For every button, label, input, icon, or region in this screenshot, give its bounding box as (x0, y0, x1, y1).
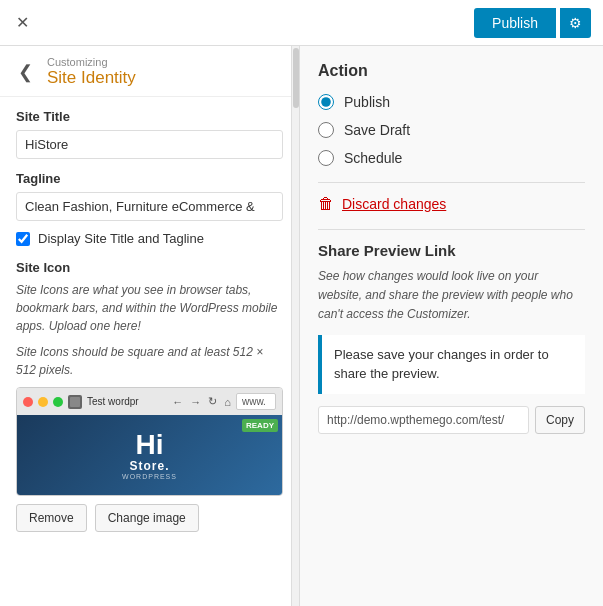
info-box: Please save your changes in order to sha… (318, 335, 585, 394)
tagline-label: Tagline (16, 171, 283, 186)
radio-publish-label: Publish (344, 94, 390, 110)
image-buttons: Remove Change image (16, 504, 283, 532)
svg-rect-0 (70, 397, 80, 407)
right-panel: Action Publish Save Draft Schedule 🗑 Dis… (300, 46, 603, 606)
store-hi-text: Hi (136, 431, 164, 459)
radio-schedule[interactable] (318, 150, 334, 166)
dot-green (53, 397, 63, 407)
display-checkbox[interactable] (16, 232, 30, 246)
section-title: Site Identity (47, 68, 136, 88)
tagline-input[interactable] (16, 192, 283, 221)
store-logo: Hi Store. WORDPRESS (122, 431, 177, 480)
store-badge: READY (242, 419, 278, 432)
divider (318, 182, 585, 183)
remove-image-button[interactable]: Remove (16, 504, 87, 532)
top-bar: ✕ Publish ⚙ (0, 0, 603, 46)
site-icon-label: Site Icon (16, 260, 283, 275)
share-preview-title: Share Preview Link (318, 242, 585, 259)
site-title-input[interactable] (16, 130, 283, 159)
change-image-button[interactable]: Change image (95, 504, 199, 532)
site-title-label: Site Title (16, 109, 283, 124)
discard-button[interactable]: Discard changes (342, 196, 446, 212)
browser-body: READY Hi Store. WORDPRESS (17, 415, 282, 495)
copy-button[interactable]: Copy (535, 406, 585, 434)
close-button[interactable]: ✕ (12, 9, 33, 36)
customizing-label: Customizing (47, 56, 136, 68)
store-image: READY Hi Store. WORDPRESS (17, 415, 282, 495)
browser-forward-btn[interactable]: → (188, 395, 203, 409)
browser-refresh-btn[interactable]: ↻ (206, 394, 219, 409)
site-icon-desc1: Site Icons are what you see in browser t… (16, 281, 283, 335)
scroll-indicator[interactable] (291, 46, 299, 606)
store-name-text: Store. (129, 459, 169, 473)
radio-draft-label: Save Draft (344, 122, 410, 138)
scroll-thumb (293, 48, 299, 108)
browser-controls: ← → ↻ ⌂ www. (170, 393, 276, 410)
dot-red (23, 397, 33, 407)
display-checkbox-row: Display Site Title and Tagline (16, 231, 283, 246)
breadcrumb-text: Customizing Site Identity (47, 56, 136, 88)
browser-favicon (68, 395, 82, 409)
radio-option-draft[interactable]: Save Draft (318, 122, 585, 138)
browser-back-btn[interactable]: ← (170, 395, 185, 409)
preview-url-input[interactable] (318, 406, 529, 434)
browser-home-btn[interactable]: ⌂ (222, 395, 233, 409)
settings-button[interactable]: ⚙ (560, 8, 591, 38)
browser-address-bar: www. (236, 393, 276, 410)
form-content: Site Title Tagline Display Site Title an… (0, 97, 299, 544)
publish-area: Publish ⚙ (474, 8, 591, 38)
dot-yellow (38, 397, 48, 407)
site-icon-desc2: Site Icons should be square and at least… (16, 343, 283, 379)
browser-mockup: Test wordpr ← → ↻ ⌂ www. READY Hi St (16, 387, 283, 496)
trash-icon: 🗑 (318, 195, 334, 213)
store-wp-text: WORDPRESS (122, 473, 177, 480)
divider2 (318, 229, 585, 230)
browser-tab-text: Test wordpr (87, 396, 139, 407)
share-preview-desc: See how changes would look live on your … (318, 267, 585, 325)
left-panel: ❮ Customizing Site Identity Site Title T… (0, 46, 300, 606)
display-checkbox-label: Display Site Title and Tagline (38, 231, 204, 246)
radio-draft[interactable] (318, 122, 334, 138)
url-copy-row: Copy (318, 406, 585, 434)
radio-publish[interactable] (318, 94, 334, 110)
radio-schedule-label: Schedule (344, 150, 402, 166)
back-button[interactable]: ❮ (12, 59, 39, 85)
publish-button[interactable]: Publish (474, 8, 556, 38)
breadcrumb: ❮ Customizing Site Identity (0, 46, 299, 97)
browser-chrome: Test wordpr ← → ↻ ⌂ www. (17, 388, 282, 415)
favicon-icon (70, 397, 80, 407)
action-title: Action (318, 62, 585, 80)
main-layout: ❮ Customizing Site Identity Site Title T… (0, 46, 603, 606)
discard-row: 🗑 Discard changes (318, 195, 585, 213)
radio-group: Publish Save Draft Schedule (318, 94, 585, 166)
radio-option-publish[interactable]: Publish (318, 94, 585, 110)
radio-option-schedule[interactable]: Schedule (318, 150, 585, 166)
